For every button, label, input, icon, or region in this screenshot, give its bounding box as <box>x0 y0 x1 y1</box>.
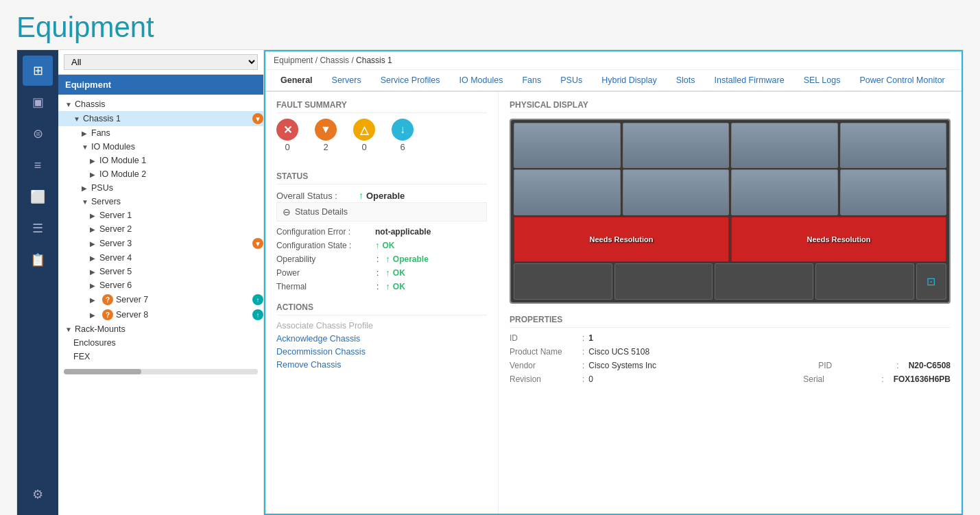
fault-summary-title: Fault Summary <box>276 100 487 113</box>
needs-resolution-right: Needs Resolution <box>731 217 946 262</box>
tab-hybrid-display[interactable]: Hybrid Display <box>592 70 667 92</box>
io-module-1-arrow: ▶ <box>90 157 98 165</box>
prop-pid-label: PID <box>818 361 887 370</box>
action-remove-chassis[interactable]: Remove Chassis <box>276 360 487 370</box>
tab-more[interactable]: Co... <box>955 70 961 92</box>
sidebar-icon-user-settings[interactable]: ⚙ <box>23 479 53 510</box>
chassis-1-badge: ▼ <box>252 113 263 124</box>
io-badge-icon: ⊡ <box>927 275 935 288</box>
slot-r2-2 <box>623 169 730 215</box>
io-module-2-arrow: ▶ <box>90 171 98 178</box>
tab-power-control-monitor[interactable]: Power Control Monitor <box>850 70 954 92</box>
tab-servers[interactable]: Servers <box>322 70 371 92</box>
tree-item-server-7[interactable]: ▶ ? Server 7 ↑ <box>58 292 263 307</box>
tab-fans[interactable]: Fans <box>512 70 551 92</box>
tab-general[interactable]: General <box>271 70 322 92</box>
fault-minor-count: 0 <box>361 142 366 152</box>
config-state-label: Configuration State : <box>276 241 372 250</box>
tree-item-server-5[interactable]: ▶ Server 5 <box>58 265 263 278</box>
nav-dropdown-area: All <box>58 50 263 75</box>
fault-critical-count: 0 <box>285 142 289 152</box>
thermal-value: OK <box>393 282 405 291</box>
sidebar-icon-server[interactable]: ▣ <box>23 87 53 117</box>
prop-id-colon: : <box>582 333 584 343</box>
fault-minor: △ 0 <box>353 119 375 152</box>
page-title: Equipment <box>0 0 980 49</box>
chassis-1-label: Chassis 1 <box>83 114 250 123</box>
content-panel: Equipment / Chassis / Chassis 1 General … <box>264 50 963 515</box>
prop-serial-value: FOX1636H6PB <box>894 374 951 384</box>
fault-major-count: 2 <box>323 142 328 152</box>
tree-item-psus[interactable]: ▶ PSUs <box>58 181 263 195</box>
psus-arrow: ▶ <box>82 184 90 192</box>
tree-item-fans[interactable]: ▶ Fans <box>58 126 263 140</box>
tree-item-rack-mounts[interactable]: ▼ Rack-Mounts <box>58 322 263 336</box>
tree-item-server-2[interactable]: ▶ Server 2 <box>58 222 263 236</box>
status-details-toggle[interactable]: ⊖ Status Details <box>276 202 487 221</box>
prop-id-label: ID <box>510 333 578 343</box>
sidebar-icon-monitor[interactable]: ⬜ <box>23 182 53 212</box>
server-1-label: Server 1 <box>99 211 263 220</box>
breadcrumb-chassis[interactable]: Chassis <box>320 56 349 65</box>
breadcrumb-chassis-1: Chassis 1 <box>356 56 392 65</box>
tree-item-server-4[interactable]: ▶ Server 4 <box>58 251 263 265</box>
action-associate-chassis-profile[interactable]: Associate Chassis Profile <box>276 321 487 331</box>
server-5-arrow: ▶ <box>90 268 98 276</box>
sidebar-icon-cluster[interactable]: ⊜ <box>23 119 53 149</box>
tree-item-io-module-2[interactable]: ▶ IO Module 2 <box>58 167 263 181</box>
detail-operability: Operability : ↑ Operable <box>276 254 487 264</box>
io-module-2-label: IO Module 2 <box>99 169 263 179</box>
tree-item-enclosures[interactable]: Enclosures <box>58 336 263 350</box>
action-decommission-chassis[interactable]: Decommission Chassis <box>276 347 487 357</box>
tree-item-server-3[interactable]: ▶ Server 3 ▼ <box>58 236 263 251</box>
tab-psus[interactable]: PSUs <box>551 70 592 92</box>
detail-config-state: Configuration State : ↑ OK <box>276 240 487 250</box>
breadcrumb-equipment[interactable]: Equipment <box>274 56 313 65</box>
tree-item-fex[interactable]: FEX <box>58 350 263 363</box>
tree-item-server-6[interactable]: ▶ Server 6 <box>58 278 263 292</box>
tree-item-server-1[interactable]: ▶ Server 1 <box>58 208 263 222</box>
operability-label: Operability <box>276 254 372 264</box>
fans-arrow: ▶ <box>82 130 90 137</box>
tree-item-chassis-1[interactable]: ▼ Chassis 1 ▼ <box>58 111 263 126</box>
fan-slot-1 <box>514 263 612 300</box>
prop-vendor-colon: : <box>582 361 584 370</box>
tree-item-chassis-group[interactable]: ▼ Chassis <box>58 97 263 111</box>
nav-filter-select[interactable]: All <box>64 54 258 70</box>
tree-item-io-module-1[interactable]: ▶ IO Module 1 <box>58 154 263 167</box>
fault-major-icon: ▼ <box>315 119 337 141</box>
sidebar-icon-report[interactable]: 📋 <box>23 245 53 275</box>
nav-scrollbar-thumb <box>64 369 141 374</box>
thermal-label: Thermal <box>276 282 372 291</box>
prop-vendor-value: Cisco Systems Inc <box>588 361 791 370</box>
content-body: Fault Summary ✕ 0 ▼ 2 △ 0 ↓ <box>265 92 961 514</box>
action-acknowledge-chassis[interactable]: Acknowledge Chassis <box>276 334 487 344</box>
prop-id-row: ID : 1 <box>510 333 951 343</box>
prop-revision-label: Revision <box>510 374 578 384</box>
slot-r1-4 <box>840 123 947 168</box>
sidebar-icon-list[interactable]: ≡ <box>23 150 53 180</box>
prop-product-name-label: Product Name <box>510 347 578 357</box>
nav-section-header: Equipment <box>58 75 263 95</box>
nav-scrollbar[interactable] <box>64 369 258 374</box>
tab-service-profiles[interactable]: Service Profiles <box>371 70 450 92</box>
left-column: Fault Summary ✕ 0 ▼ 2 △ 0 ↓ <box>265 92 499 514</box>
power-colon: : <box>377 268 379 278</box>
server-8-question-badge: ? <box>102 309 113 320</box>
tab-io-modules[interactable]: IO Modules <box>449 70 512 92</box>
sidebar-icon-menu[interactable]: ☰ <box>23 213 53 243</box>
server-4-label: Server 4 <box>99 253 263 263</box>
tree-item-io-modules[interactable]: ▼ IO Modules <box>58 140 263 154</box>
tree-item-server-8[interactable]: ▶ ? Server 8 ↑ <box>58 307 263 322</box>
nav-tree: ▼ Chassis ▼ Chassis 1 ▼ ▶ Fans ▼ IO Modu… <box>58 95 263 515</box>
slot-r2-3 <box>731 169 838 215</box>
tab-sel-logs[interactable]: SEL Logs <box>794 70 850 92</box>
tree-item-servers[interactable]: ▼ Servers <box>58 195 263 208</box>
chassis-group-label: Chassis <box>75 99 263 109</box>
config-error-value: not-applicable <box>375 227 431 237</box>
tab-installed-firmware[interactable]: Installed Firmware <box>705 70 794 92</box>
sidebar-icon-network[interactable]: ⊞ <box>23 56 53 86</box>
tab-slots[interactable]: Slots <box>667 70 705 92</box>
io-modules-arrow: ▼ <box>82 143 90 151</box>
fault-minor-icon: △ <box>353 119 375 141</box>
